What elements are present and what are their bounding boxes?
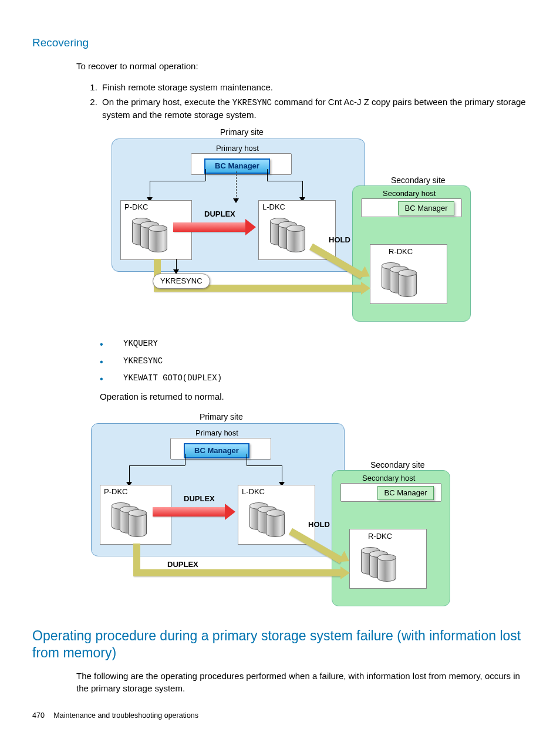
chapter-title: Maintenance and troubleshooting operatio… — [53, 711, 198, 720]
ykresync-pill: YKRESYNC — [153, 274, 210, 289]
r-dkc-label: R-DKC — [389, 247, 413, 257]
command-list: YKQUERY YKRESYNC YKEWAIT GOTO(DUPLEX) — [100, 338, 528, 384]
secondary-site-label-2: Secondary site — [370, 460, 425, 471]
diagram-2: Primary site Primary host BC Manager Sec… — [79, 411, 455, 617]
diagram-1: Primary site Primary host BC Manager Sec… — [100, 127, 475, 332]
bullet-ykewait: YKEWAIT GOTO(DUPLEX) — [100, 373, 528, 384]
secondary-host-label-2: Secondary host — [362, 473, 415, 484]
bc-manager-primary: BC Manager — [204, 158, 270, 174]
duplex-label-2: DUPLEX — [184, 494, 215, 504]
duplex-arrow-2 — [153, 507, 226, 517]
bullet-ykresync: YKRESYNC — [100, 356, 528, 367]
hold-label: HOLD — [329, 235, 350, 245]
secondary-site-label: Secondary site — [391, 175, 446, 187]
recovery-steps: Finish remote storage system maintenance… — [76, 81, 528, 121]
secondary-host-label: Secondary host — [383, 188, 436, 199]
step-2-pre: On the primary host, execute the — [102, 97, 232, 107]
bullet-ykquery: YKQUERY — [100, 338, 528, 350]
bc-manager-primary-2: BC Manager — [184, 443, 249, 458]
duplex-arrow — [173, 222, 247, 232]
bc-manager-secondary: BC Manager — [398, 201, 454, 215]
primary-site-label-2: Primary site — [200, 411, 243, 423]
l-dkc-label: L-DKC — [262, 202, 285, 212]
heading-recovering: Recovering — [32, 35, 528, 51]
operating-body-text: The following are the operating procedur… — [76, 670, 528, 694]
duplex-lower-label: DUPLEX — [167, 559, 198, 570]
lower-arrow-2 — [133, 569, 342, 576]
bc-manager-secondary-2: BC Manager — [377, 486, 434, 500]
step-2: On the primary host, execute the YKRESYN… — [100, 96, 528, 121]
hold-label-2: HOLD — [308, 519, 330, 530]
r-dkc-label-2: R-DKC — [368, 531, 392, 542]
primary-host-label: Primary host — [216, 143, 259, 154]
page-footer: 470 Maintenance and troubleshooting oper… — [32, 711, 528, 721]
page-number: 470 — [32, 711, 45, 720]
heading-operating-procedure: Operating procedure during a primary sto… — [32, 627, 528, 661]
step-1: Finish remote storage system maintenance… — [100, 81, 528, 93]
p-dkc-label-2: P-DKC — [104, 487, 127, 497]
l-dkc-label-2: L-DKC — [242, 487, 265, 497]
p-dkc-label: P-DKC — [124, 202, 148, 212]
duplex-label: DUPLEX — [204, 209, 235, 220]
primary-site-label: Primary site — [220, 127, 264, 139]
step-2-cmd: YKRESYNC — [232, 98, 272, 107]
intro-text: To recover to normal operation: — [76, 60, 528, 72]
primary-host-label-2: Primary host — [195, 428, 238, 438]
returned-normal-text: Operation is returned to normal. — [100, 390, 528, 403]
